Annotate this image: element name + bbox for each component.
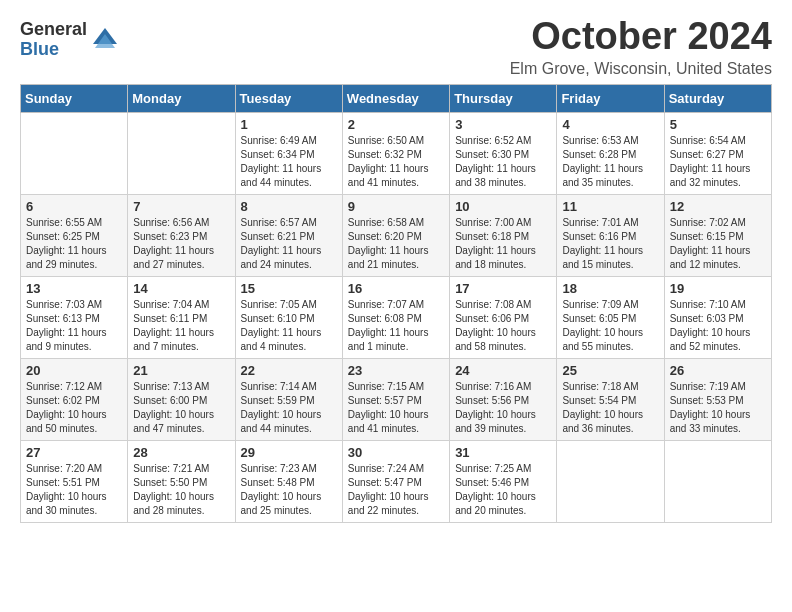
title-section: October 2024 Elm Grove, Wisconsin, Unite… — [510, 16, 772, 78]
day-cell: 27Sunrise: 7:20 AM Sunset: 5:51 PM Dayli… — [21, 440, 128, 522]
day-cell: 7Sunrise: 6:56 AM Sunset: 6:23 PM Daylig… — [128, 194, 235, 276]
day-cell: 19Sunrise: 7:10 AM Sunset: 6:03 PM Dayli… — [664, 276, 771, 358]
day-number: 4 — [562, 117, 658, 132]
day-cell: 6Sunrise: 6:55 AM Sunset: 6:25 PM Daylig… — [21, 194, 128, 276]
day-info: Sunrise: 6:57 AM Sunset: 6:21 PM Dayligh… — [241, 216, 337, 272]
day-cell: 8Sunrise: 6:57 AM Sunset: 6:21 PM Daylig… — [235, 194, 342, 276]
day-number: 6 — [26, 199, 122, 214]
header-day-monday: Monday — [128, 84, 235, 112]
calendar-table: SundayMondayTuesdayWednesdayThursdayFrid… — [20, 84, 772, 523]
location: Elm Grove, Wisconsin, United States — [510, 60, 772, 78]
day-info: Sunrise: 6:56 AM Sunset: 6:23 PM Dayligh… — [133, 216, 229, 272]
day-number: 31 — [455, 445, 551, 460]
day-cell: 4Sunrise: 6:53 AM Sunset: 6:28 PM Daylig… — [557, 112, 664, 194]
day-cell — [557, 440, 664, 522]
day-number: 1 — [241, 117, 337, 132]
day-info: Sunrise: 7:15 AM Sunset: 5:57 PM Dayligh… — [348, 380, 444, 436]
day-number: 11 — [562, 199, 658, 214]
day-cell — [128, 112, 235, 194]
day-number: 9 — [348, 199, 444, 214]
logo-blue-text: Blue — [20, 40, 87, 60]
day-cell: 9Sunrise: 6:58 AM Sunset: 6:20 PM Daylig… — [342, 194, 449, 276]
day-cell: 10Sunrise: 7:00 AM Sunset: 6:18 PM Dayli… — [450, 194, 557, 276]
day-cell: 14Sunrise: 7:04 AM Sunset: 6:11 PM Dayli… — [128, 276, 235, 358]
day-number: 17 — [455, 281, 551, 296]
day-cell: 5Sunrise: 6:54 AM Sunset: 6:27 PM Daylig… — [664, 112, 771, 194]
day-info: Sunrise: 7:14 AM Sunset: 5:59 PM Dayligh… — [241, 380, 337, 436]
day-info: Sunrise: 7:10 AM Sunset: 6:03 PM Dayligh… — [670, 298, 766, 354]
week-row-4: 20Sunrise: 7:12 AM Sunset: 6:02 PM Dayli… — [21, 358, 772, 440]
day-info: Sunrise: 7:20 AM Sunset: 5:51 PM Dayligh… — [26, 462, 122, 518]
day-number: 25 — [562, 363, 658, 378]
day-number: 5 — [670, 117, 766, 132]
day-cell: 12Sunrise: 7:02 AM Sunset: 6:15 PM Dayli… — [664, 194, 771, 276]
day-cell: 30Sunrise: 7:24 AM Sunset: 5:47 PM Dayli… — [342, 440, 449, 522]
day-number: 24 — [455, 363, 551, 378]
day-info: Sunrise: 6:49 AM Sunset: 6:34 PM Dayligh… — [241, 134, 337, 190]
header-row: SundayMondayTuesdayWednesdayThursdayFrid… — [21, 84, 772, 112]
week-row-1: 1Sunrise: 6:49 AM Sunset: 6:34 PM Daylig… — [21, 112, 772, 194]
logo-icon — [89, 24, 121, 56]
day-info: Sunrise: 7:08 AM Sunset: 6:06 PM Dayligh… — [455, 298, 551, 354]
day-info: Sunrise: 7:02 AM Sunset: 6:15 PM Dayligh… — [670, 216, 766, 272]
day-cell: 24Sunrise: 7:16 AM Sunset: 5:56 PM Dayli… — [450, 358, 557, 440]
day-info: Sunrise: 7:19 AM Sunset: 5:53 PM Dayligh… — [670, 380, 766, 436]
day-cell: 13Sunrise: 7:03 AM Sunset: 6:13 PM Dayli… — [21, 276, 128, 358]
day-info: Sunrise: 7:18 AM Sunset: 5:54 PM Dayligh… — [562, 380, 658, 436]
day-info: Sunrise: 7:00 AM Sunset: 6:18 PM Dayligh… — [455, 216, 551, 272]
week-row-3: 13Sunrise: 7:03 AM Sunset: 6:13 PM Dayli… — [21, 276, 772, 358]
header-day-friday: Friday — [557, 84, 664, 112]
day-cell: 28Sunrise: 7:21 AM Sunset: 5:50 PM Dayli… — [128, 440, 235, 522]
day-cell: 31Sunrise: 7:25 AM Sunset: 5:46 PM Dayli… — [450, 440, 557, 522]
day-cell: 2Sunrise: 6:50 AM Sunset: 6:32 PM Daylig… — [342, 112, 449, 194]
day-number: 18 — [562, 281, 658, 296]
day-info: Sunrise: 7:09 AM Sunset: 6:05 PM Dayligh… — [562, 298, 658, 354]
month-title: October 2024 — [510, 16, 772, 58]
day-info: Sunrise: 7:05 AM Sunset: 6:10 PM Dayligh… — [241, 298, 337, 354]
day-number: 13 — [26, 281, 122, 296]
day-number: 3 — [455, 117, 551, 132]
day-number: 20 — [26, 363, 122, 378]
day-number: 29 — [241, 445, 337, 460]
day-number: 27 — [26, 445, 122, 460]
day-number: 10 — [455, 199, 551, 214]
day-info: Sunrise: 6:53 AM Sunset: 6:28 PM Dayligh… — [562, 134, 658, 190]
day-info: Sunrise: 7:21 AM Sunset: 5:50 PM Dayligh… — [133, 462, 229, 518]
day-number: 8 — [241, 199, 337, 214]
day-info: Sunrise: 7:25 AM Sunset: 5:46 PM Dayligh… — [455, 462, 551, 518]
day-cell: 16Sunrise: 7:07 AM Sunset: 6:08 PM Dayli… — [342, 276, 449, 358]
day-number: 26 — [670, 363, 766, 378]
day-number: 22 — [241, 363, 337, 378]
day-cell: 22Sunrise: 7:14 AM Sunset: 5:59 PM Dayli… — [235, 358, 342, 440]
day-number: 2 — [348, 117, 444, 132]
day-cell: 18Sunrise: 7:09 AM Sunset: 6:05 PM Dayli… — [557, 276, 664, 358]
calendar-header: SundayMondayTuesdayWednesdayThursdayFrid… — [21, 84, 772, 112]
day-info: Sunrise: 6:50 AM Sunset: 6:32 PM Dayligh… — [348, 134, 444, 190]
day-number: 16 — [348, 281, 444, 296]
day-info: Sunrise: 7:03 AM Sunset: 6:13 PM Dayligh… — [26, 298, 122, 354]
day-cell: 23Sunrise: 7:15 AM Sunset: 5:57 PM Dayli… — [342, 358, 449, 440]
day-info: Sunrise: 7:23 AM Sunset: 5:48 PM Dayligh… — [241, 462, 337, 518]
day-info: Sunrise: 7:12 AM Sunset: 6:02 PM Dayligh… — [26, 380, 122, 436]
day-info: Sunrise: 7:13 AM Sunset: 6:00 PM Dayligh… — [133, 380, 229, 436]
day-number: 15 — [241, 281, 337, 296]
day-cell — [21, 112, 128, 194]
day-cell: 21Sunrise: 7:13 AM Sunset: 6:00 PM Dayli… — [128, 358, 235, 440]
day-number: 12 — [670, 199, 766, 214]
day-cell: 11Sunrise: 7:01 AM Sunset: 6:16 PM Dayli… — [557, 194, 664, 276]
day-number: 14 — [133, 281, 229, 296]
logo-general-text: General — [20, 20, 87, 40]
header-day-saturday: Saturday — [664, 84, 771, 112]
day-cell: 20Sunrise: 7:12 AM Sunset: 6:02 PM Dayli… — [21, 358, 128, 440]
day-info: Sunrise: 7:24 AM Sunset: 5:47 PM Dayligh… — [348, 462, 444, 518]
day-info: Sunrise: 6:55 AM Sunset: 6:25 PM Dayligh… — [26, 216, 122, 272]
day-number: 28 — [133, 445, 229, 460]
page-header: General Blue October 2024 Elm Grove, Wis… — [20, 16, 772, 78]
day-cell: 3Sunrise: 6:52 AM Sunset: 6:30 PM Daylig… — [450, 112, 557, 194]
day-info: Sunrise: 6:52 AM Sunset: 6:30 PM Dayligh… — [455, 134, 551, 190]
day-number: 7 — [133, 199, 229, 214]
day-number: 30 — [348, 445, 444, 460]
day-cell — [664, 440, 771, 522]
day-info: Sunrise: 6:58 AM Sunset: 6:20 PM Dayligh… — [348, 216, 444, 272]
week-row-2: 6Sunrise: 6:55 AM Sunset: 6:25 PM Daylig… — [21, 194, 772, 276]
